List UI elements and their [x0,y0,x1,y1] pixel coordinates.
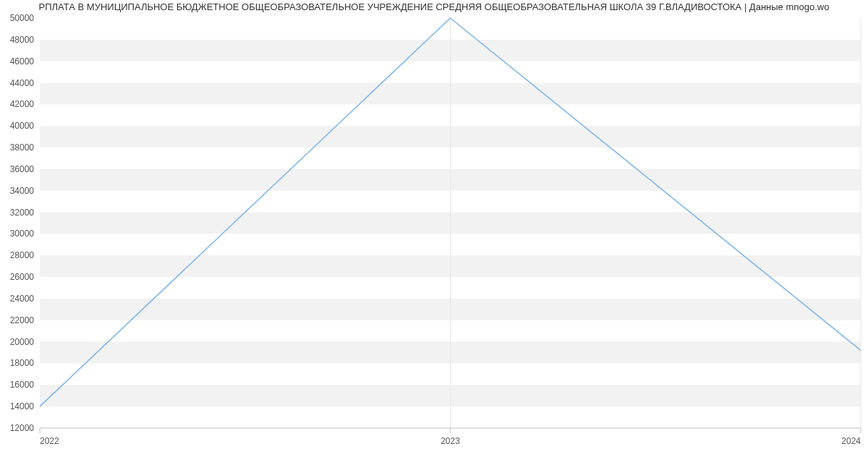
y-tick-label: 34000 [10,186,35,196]
y-tick-label: 40000 [10,121,35,131]
line-chart: 1200014000160001800020000220002400026000… [0,0,868,470]
y-tick-label: 28000 [10,250,35,260]
x-tick-label: 2024 [841,436,861,446]
y-tick-label: 32000 [10,208,35,218]
x-tick-label: 2022 [40,436,59,446]
y-tick-label: 12000 [10,423,35,433]
y-tick-label: 30000 [10,228,35,239]
y-tick-label: 50000 [10,13,35,23]
y-tick-label: 14000 [10,401,35,411]
y-tick-label: 20000 [10,337,35,347]
y-tick-label: 48000 [10,35,35,45]
y-tick-label: 42000 [10,99,35,109]
y-tick-label: 38000 [10,142,35,153]
x-tick-label: 2023 [441,436,460,446]
y-tick-label: 44000 [10,78,35,88]
y-tick-label: 18000 [10,358,35,368]
y-tick-label: 16000 [10,380,35,390]
y-tick-label: 36000 [10,164,35,174]
y-tick-label: 22000 [10,315,35,325]
y-tick-label: 46000 [10,56,35,67]
y-tick-label: 26000 [10,272,35,282]
y-tick-label: 24000 [10,294,35,304]
